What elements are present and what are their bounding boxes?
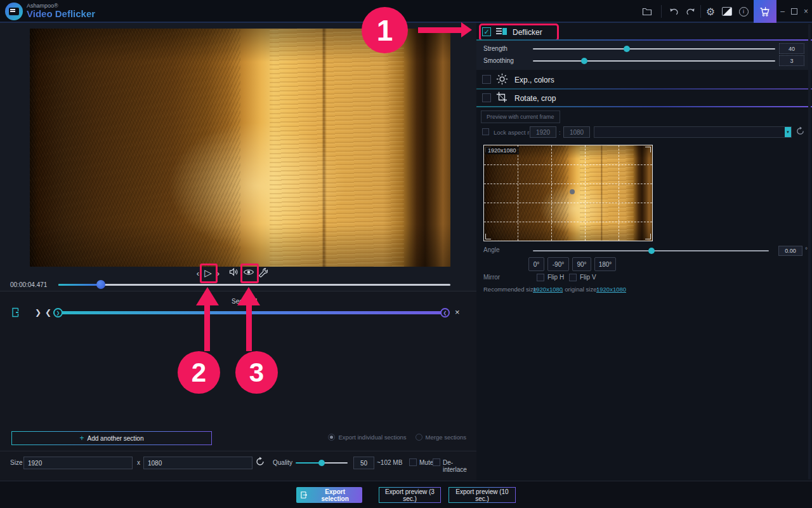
grid-line	[518, 145, 518, 241]
angle-slider-thumb[interactable]	[648, 248, 655, 254]
smoothing-slider-thumb[interactable]	[581, 58, 587, 64]
aspect-height-input[interactable]	[563, 126, 590, 138]
angle-unit: °	[805, 246, 808, 253]
strength-slider[interactable]	[533, 48, 775, 50]
exp-colors-checkbox[interactable]	[482, 75, 491, 84]
app-window: Ashampoo® Video Deflicker ⚙ i – ×	[0, 0, 812, 508]
seek-bar[interactable]	[58, 284, 450, 286]
rotate-0-label: 0°	[534, 261, 540, 268]
aspect-preset-dropdown[interactable]: ▼	[594, 126, 792, 138]
export-bar: Export selection Export preview (3 sec.)…	[0, 481, 812, 508]
angle-slider[interactable]	[533, 250, 769, 251]
annotation-box-deflicker	[479, 23, 559, 41]
section-icon	[11, 307, 20, 318]
dropdown-button[interactable]: ▼	[785, 127, 791, 137]
deinterlace-checkbox[interactable]	[433, 458, 440, 466]
crop-preview[interactable]: 1920x1080	[483, 145, 653, 241]
open-file-button[interactable]	[638, 0, 656, 23]
recommended-size-link[interactable]: 1920x1080	[533, 286, 563, 293]
settings-button[interactable]: ⚙	[702, 0, 719, 23]
seek-thumb[interactable]	[96, 280, 105, 289]
section-start-handle[interactable]: ❯	[53, 308, 63, 318]
strength-slider-thumb[interactable]	[624, 46, 630, 52]
output-height-input[interactable]	[143, 457, 252, 469]
section-tool-button[interactable]	[11, 307, 20, 318]
radio-icon	[416, 434, 422, 441]
rotate-neg90-button[interactable]: -90°	[547, 257, 569, 271]
export-preview-10-button[interactable]: Export preview (10 sec.)	[449, 487, 516, 503]
section-end-chevron[interactable]: ❮	[45, 308, 51, 317]
undo-icon	[669, 7, 679, 16]
panel-divider	[476, 106, 812, 107]
mute-checkbox[interactable]	[409, 458, 417, 466]
volume-button[interactable]	[229, 267, 239, 277]
export-individual-option[interactable]: Export individual sections	[328, 434, 406, 441]
rotate-0-button[interactable]: 0°	[528, 257, 544, 271]
info-icon: i	[739, 7, 749, 17]
section-end-handle[interactable]: ❮	[440, 308, 450, 318]
mute-label: Mute	[419, 459, 433, 466]
crop-preview-image	[484, 145, 652, 241]
crop-corner-handle[interactable]	[485, 234, 491, 239]
annotation-1-number: 1	[377, 13, 393, 48]
restore-button[interactable]	[788, 0, 800, 23]
smoothing-label: Smoothing	[483, 57, 514, 64]
rotate-crop-checkbox[interactable]	[482, 93, 491, 102]
exposure-icon	[496, 73, 508, 85]
rotate-90-button[interactable]: 90°	[572, 257, 591, 271]
tools-button[interactable]	[258, 267, 268, 277]
deinterlace-label: De-interlace	[443, 459, 476, 473]
rotate-180-label: 180°	[599, 261, 612, 268]
original-size-link[interactable]: 1920x1080	[596, 286, 626, 293]
buy-button[interactable]	[754, 0, 776, 23]
export-selection-button[interactable]: Export selection	[296, 487, 362, 503]
add-section-label: Add another section	[88, 435, 144, 442]
rotate-crop-title: Rotate, crop	[514, 94, 556, 103]
reset-size-button[interactable]	[255, 457, 265, 467]
quality-slider-thumb[interactable]	[318, 460, 325, 466]
reset-crop-button[interactable]	[796, 126, 805, 136]
annotation-step-1: 1	[362, 7, 408, 53]
crop-corner-handle[interactable]	[645, 234, 651, 239]
quality-value-input[interactable]	[353, 457, 374, 469]
close-button[interactable]: ×	[800, 0, 812, 23]
rotate-neg90-label: -90°	[553, 261, 564, 268]
aspect-width-input[interactable]	[530, 126, 556, 138]
merge-sections-label: Merge sections	[426, 434, 466, 441]
minimize-button[interactable]: –	[776, 0, 789, 23]
strength-value[interactable]: 40	[779, 43, 804, 54]
preview-current-frame-button[interactable]: Preview with current frame	[481, 110, 560, 123]
remove-section-button[interactable]: ×	[455, 307, 460, 317]
add-section-button[interactable]: + Add another section	[11, 431, 212, 445]
smoothing-slider[interactable]	[533, 60, 775, 62]
wrench-icon	[258, 267, 268, 277]
quality-label: Quality	[273, 459, 292, 466]
angle-value[interactable]: 0.00	[778, 246, 802, 256]
redo-button[interactable]	[681, 0, 699, 23]
export-icon	[300, 491, 308, 499]
output-width-input[interactable]	[23, 457, 133, 469]
flip-h-checkbox[interactable]	[537, 274, 544, 281]
smoothing-value[interactable]: 3	[779, 55, 804, 66]
lock-aspect-checkbox[interactable]	[482, 128, 489, 135]
flip-v-checkbox[interactable]	[569, 274, 577, 281]
reset-icon	[255, 457, 265, 467]
undo-button[interactable]	[665, 0, 683, 23]
size-label: Size	[10, 459, 22, 466]
speaker-icon	[229, 267, 239, 277]
quality-slider[interactable]	[296, 462, 348, 464]
merge-sections-option[interactable]: Merge sections	[416, 434, 466, 441]
export-preview-3-button[interactable]: Export preview (3 sec.)	[379, 487, 441, 503]
grid-line	[484, 164, 652, 165]
rotate-180-button[interactable]: 180°	[594, 257, 616, 271]
info-button[interactable]: i	[735, 0, 752, 23]
section-start-chevron[interactable]: ❯	[35, 308, 41, 317]
redo-icon	[686, 7, 695, 16]
crop-corner-handle[interactable]	[645, 147, 651, 152]
panel-scrollbar[interactable]	[808, 24, 811, 479]
crop-icon	[496, 91, 508, 103]
annotation-step-3: 3	[235, 351, 278, 394]
theme-button[interactable]	[718, 0, 736, 23]
annotation-arrow-1-shaft	[418, 27, 461, 33]
effects-panel: ✓ Deflicker Strength 40 Smoothing 3 Exp.…	[476, 23, 812, 481]
